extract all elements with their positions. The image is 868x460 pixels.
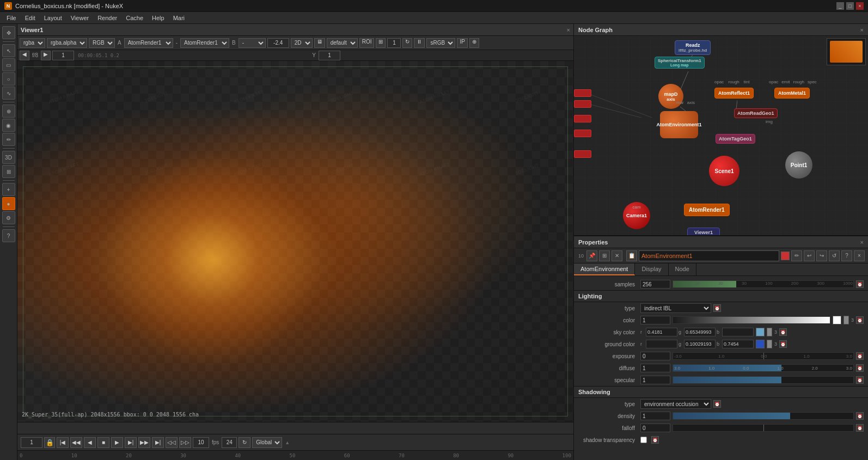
colorspace-select[interactable]: rgba [20, 38, 45, 48]
ground-color-anim-btn[interactable]: ⏰ [779, 340, 787, 348]
node-atom-reflect[interactable]: AtomReflect1 [714, 88, 754, 99]
diffuse-input[interactable] [640, 364, 670, 372]
falloff-slider[interactable] [673, 424, 854, 432]
toolbar-clone[interactable]: ⊕ [2, 105, 15, 118]
exposure-slider[interactable]: -3.01.00.01.03.0 [673, 352, 854, 360]
sky-g-input[interactable] [684, 328, 716, 336]
menu-cache[interactable]: Cache [121, 14, 148, 22]
loop-start-input[interactable] [193, 437, 209, 448]
samples-slider[interactable]: 1102030 1002003001000 [673, 280, 854, 288]
props-edit-btn[interactable]: ✏ [791, 250, 802, 261]
format-select[interactable]: RGB [89, 38, 115, 48]
node-atom-metal[interactable]: AtomMetal1 [774, 88, 810, 99]
sky-r-input[interactable] [646, 328, 677, 336]
skip-forward-button[interactable]: ▷▷ [179, 437, 191, 448]
sky-color-swatch2[interactable] [767, 328, 772, 336]
props-x-btn[interactable]: × [854, 250, 865, 261]
tab-node[interactable]: Node [669, 263, 696, 275]
close-button[interactable]: × [856, 2, 864, 10]
density-slider[interactable] [673, 412, 854, 420]
density-input[interactable] [640, 412, 670, 420]
menu-viewer[interactable]: Viewer [66, 14, 93, 22]
node-red-2[interactable] [574, 100, 591, 108]
goto-start-button[interactable]: |◀ [57, 437, 69, 448]
view-mode-select[interactable]: 2D [291, 38, 313, 48]
goto-end-button[interactable]: ▶| [152, 437, 164, 448]
extra-btn2[interactable]: ⊕ [469, 38, 479, 48]
viewer-close-button[interactable]: × [567, 27, 570, 33]
viewer-icon-btn[interactable]: 🖥 [314, 38, 325, 48]
prev-frame-playback-button[interactable]: ◀ [84, 437, 96, 448]
node-red-3[interactable] [574, 115, 591, 122]
props-close-node-btn[interactable]: ✕ [612, 250, 622, 261]
default-select[interactable]: default [327, 38, 358, 48]
shadow-transparency-anim-btn[interactable]: ⏰ [651, 436, 659, 444]
toolbar-help[interactable]: ? [2, 229, 15, 242]
exposure-anim-btn[interactable]: ⏰ [856, 352, 864, 360]
y-value-input[interactable] [319, 51, 340, 60]
tab-atom-environment[interactable]: AtomEnvironment [574, 263, 635, 275]
color-swatch-white[interactable] [833, 316, 841, 324]
node-readz[interactable]: Readz iffiz_probe.hd [675, 40, 711, 55]
menu-help[interactable]: Help [148, 14, 169, 22]
node-graph-content[interactable]: obj/scn bg 2 7 8 1 Readz iffiz_probe.hd [574, 36, 868, 235]
node-atom-read-geo[interactable]: AtomReadGeo1 [734, 108, 778, 118]
loop-button[interactable]: ↻ [239, 437, 250, 448]
toolbar-move[interactable]: ⊞ [2, 165, 15, 178]
node-spherical-transform[interactable]: SphericalTransform1 Long map [655, 57, 705, 69]
shadow-type-anim-btn[interactable]: ⏰ [713, 400, 721, 408]
play-forward-button[interactable]: ▶ [111, 437, 123, 448]
global-dropdown[interactable]: Global [252, 437, 282, 448]
viewer-num-input[interactable] [387, 38, 401, 48]
skip-back-button[interactable]: ◁◁ [166, 437, 178, 448]
color-input[interactable] [640, 316, 670, 324]
node-point[interactable]: Point1 [785, 151, 812, 179]
toolbar-active[interactable]: ● [2, 197, 15, 210]
props-close-button[interactable]: × [860, 239, 864, 246]
diffuse-slider[interactable]: 3.01.00.01.02.03.0 [673, 364, 854, 372]
menu-layout[interactable]: Layout [40, 14, 66, 22]
props-help-btn[interactable]: ? [841, 250, 852, 261]
node-viewer[interactable]: Viewer1 [687, 228, 720, 235]
node-atom-tag-geo[interactable]: AtomTagGeo1 [716, 134, 755, 144]
menu-mari[interactable]: Mari [169, 14, 189, 22]
toolbar-settings[interactable]: ⚙ [2, 211, 15, 224]
props-redo-btn[interactable]: ↪ [816, 250, 827, 261]
toolbar-bezier[interactable]: ∿ [2, 87, 15, 100]
roi-btn[interactable]: ROI [359, 38, 375, 48]
falloff-input[interactable] [640, 424, 670, 432]
minimize-button[interactable]: _ [836, 2, 844, 10]
toolbar-rectangle[interactable]: ▭ [2, 58, 15, 71]
refresh-btn[interactable]: ↻ [402, 38, 412, 48]
toolbar-ellipse[interactable]: ○ [2, 72, 15, 85]
diffuse-anim-btn[interactable]: ⏰ [856, 364, 864, 372]
falloff-anim-btn[interactable]: ⏰ [856, 424, 864, 432]
specular-anim-btn[interactable]: ⏰ [856, 376, 864, 384]
color-slider[interactable] [673, 316, 830, 324]
sky-color-anim-btn[interactable]: ⏰ [779, 328, 787, 336]
node-scene[interactable]: Scene1 [709, 156, 739, 186]
stop-button[interactable]: ■ [97, 437, 109, 448]
menu-file[interactable]: File [2, 14, 21, 22]
b-mode-select[interactable]: - [239, 38, 266, 48]
props-color-btn[interactable] [781, 252, 790, 260]
pause-btn[interactable]: ⏸ [414, 38, 425, 48]
props-reset-btn[interactable]: ↺ [829, 250, 840, 261]
current-frame-input[interactable] [52, 51, 74, 60]
prev-10-button[interactable]: ◀◀ [70, 437, 82, 448]
ground-r-input[interactable] [646, 340, 677, 348]
props-icon-2[interactable]: ⊞ [599, 250, 610, 261]
alpha-select[interactable]: rgba.alpha [47, 38, 87, 48]
prev-frame-btn[interactable]: ◀ [20, 51, 29, 60]
density-anim-btn[interactable]: ⏰ [856, 412, 864, 420]
node-mapd[interactable]: mapD axis [658, 84, 683, 109]
viewer-canvas[interactable]: ATOM KRAFT 3DELIGHT ATOM KRAFT 3DELIGHT … [17, 61, 573, 422]
next-10-button[interactable]: ▶▶ [138, 437, 150, 448]
node-red-5[interactable] [574, 150, 591, 158]
toolbar-3d[interactable]: 3D [2, 151, 15, 164]
samples-input[interactable] [640, 280, 670, 289]
node-red-1[interactable] [574, 89, 591, 97]
samples-slider-track[interactable]: 1102030 1002003001000 [673, 280, 854, 288]
ground-g-input[interactable] [684, 340, 716, 348]
ground-color-swatch[interactable] [756, 340, 765, 348]
